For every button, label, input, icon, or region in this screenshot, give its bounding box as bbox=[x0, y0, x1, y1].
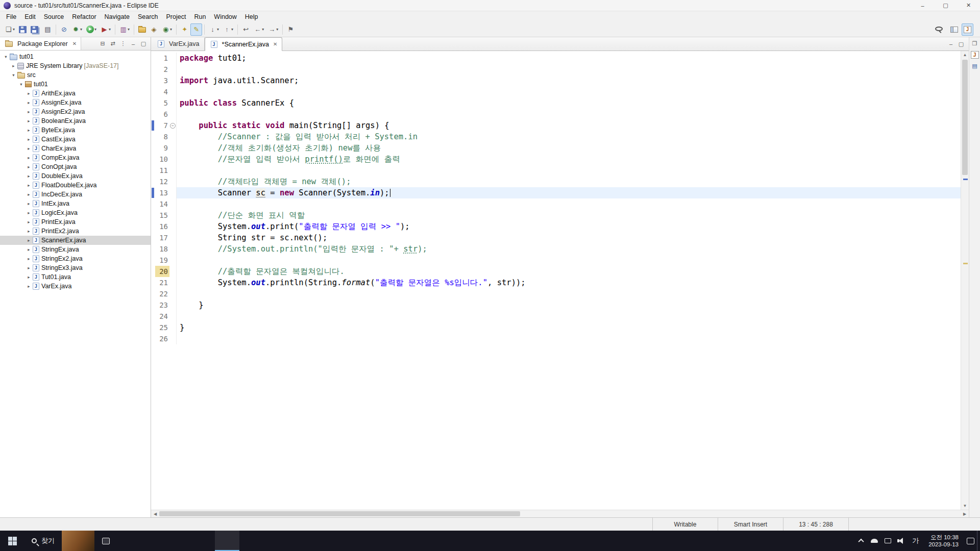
expand-arrow-icon[interactable]: ▸ bbox=[26, 183, 32, 188]
menu-edit[interactable]: Edit bbox=[20, 11, 40, 22]
code-line-18[interactable]: 18 //System.out.println("입력한 문자열 : "+ st… bbox=[151, 243, 961, 255]
taskbar-widget-thumbnail[interactable] bbox=[62, 531, 94, 551]
collapse-all-icon[interactable]: ⊟ bbox=[98, 40, 107, 47]
expand-arrow-icon[interactable]: ▸ bbox=[26, 256, 32, 261]
tree-item-varex-java[interactable]: ▸JVarEx.java bbox=[0, 282, 151, 291]
code-line-5[interactable]: 5public class ScannerEx { bbox=[151, 97, 961, 109]
expand-arrow-icon[interactable]: ▸ bbox=[26, 192, 32, 197]
dropdown-arrow-icon[interactable]: ▾ bbox=[231, 27, 233, 32]
expand-arrow-icon[interactable]: ▸ bbox=[26, 137, 32, 142]
tree-item-src[interactable]: ▾src bbox=[0, 70, 151, 80]
tree-item-intex-java[interactable]: ▸JIntEx.java bbox=[0, 199, 151, 208]
expand-arrow-icon[interactable]: ▸ bbox=[26, 109, 32, 114]
code-line-4[interactable]: 4 bbox=[151, 86, 961, 97]
scroll-down-icon[interactable]: ▼ bbox=[961, 502, 969, 510]
menu-navigate[interactable]: Navigate bbox=[101, 11, 134, 22]
collapse-region-icon[interactable]: − bbox=[170, 123, 176, 129]
save-button[interactable] bbox=[17, 23, 29, 36]
tray-cloud-button[interactable] bbox=[868, 531, 881, 551]
taskbar-search[interactable]: 찾기 bbox=[24, 531, 62, 551]
tree-item-assignex-java[interactable]: ▸JAssignEx.java bbox=[0, 98, 151, 107]
code-line-9[interactable]: 9 //객체 초기화(생성자 초기화) new를 사용 bbox=[151, 142, 961, 154]
minimized-view-icon[interactable]: ▤ bbox=[971, 62, 979, 70]
purple-app-taskbar-button[interactable] bbox=[239, 531, 264, 551]
code-line-1[interactable]: 1package tut01; bbox=[151, 53, 961, 64]
expand-arrow-icon[interactable]: ▸ bbox=[26, 219, 32, 224]
green-app-taskbar-button[interactable] bbox=[190, 531, 215, 551]
code-line-7[interactable]: 7− public static void main(String[] args… bbox=[151, 120, 961, 131]
new-wizard-button[interactable]: ❏▾ bbox=[3, 23, 17, 36]
menu-search[interactable]: Search bbox=[134, 11, 162, 22]
tree-item-charex-java[interactable]: ▸JCharEx.java bbox=[0, 144, 151, 153]
code-editor[interactable]: 1package tut01;23import java.util.Scanne… bbox=[151, 51, 961, 510]
close-window-button[interactable]: ✕ bbox=[957, 0, 980, 11]
code-line-2[interactable]: 2 bbox=[151, 64, 961, 75]
code-line-21[interactable]: 21 System.out.println(String.format("출력할… bbox=[151, 277, 961, 288]
menu-source[interactable]: Source bbox=[40, 11, 68, 22]
code-line-11[interactable]: 11 bbox=[151, 165, 961, 176]
code-line-13[interactable]: 13 Scanner sc = new Scanner(System.in); bbox=[151, 187, 961, 198]
last-edit-location-button[interactable]: ↩ bbox=[240, 23, 252, 36]
tree-item-assignex2-java[interactable]: ▸JAssignEx2.java bbox=[0, 107, 151, 116]
save-all-button[interactable] bbox=[29, 23, 42, 36]
close-tab-icon[interactable]: ✕ bbox=[273, 41, 277, 47]
tree-item-stringex-java[interactable]: ▸JStringEx.java bbox=[0, 245, 151, 254]
maximize-view-icon[interactable]: ▢ bbox=[139, 40, 148, 47]
code-line-8[interactable]: 8 //Scanner : 값을 입력 받아서 처리 + System.in bbox=[151, 131, 961, 142]
vertical-scrollbar[interactable]: ▲ ▼ bbox=[961, 51, 969, 510]
restore-views-icon[interactable]: ❐ bbox=[971, 40, 979, 47]
expand-arrow-icon[interactable]: ▸ bbox=[26, 284, 32, 289]
eclipse-ide-taskbar-button[interactable] bbox=[215, 531, 239, 551]
hscrollbar-thumb[interactable] bbox=[159, 511, 520, 516]
next-annotation-button[interactable]: ↓▾ bbox=[207, 23, 221, 36]
scroll-up-icon[interactable]: ▲ bbox=[961, 51, 969, 59]
dropdown-arrow-icon[interactable]: ▾ bbox=[262, 27, 264, 32]
dropdown-arrow-icon[interactable]: ▾ bbox=[276, 27, 278, 32]
collapse-arrow-icon[interactable]: ▾ bbox=[3, 54, 9, 59]
file-explorer-taskbar-button[interactable] bbox=[141, 531, 166, 551]
tray-volume-button[interactable] bbox=[894, 531, 908, 551]
expand-arrow-icon[interactable]: ▸ bbox=[26, 201, 32, 206]
scrollbar-track[interactable] bbox=[961, 59, 969, 502]
minimize-view-icon[interactable]: – bbox=[129, 41, 138, 47]
expand-arrow-icon[interactable]: ▸ bbox=[26, 91, 32, 96]
tree-item-doubleex-java[interactable]: ▸JDoubleEx.java bbox=[0, 171, 151, 181]
tree-item-arithex-java[interactable]: ▸JArithEx.java bbox=[0, 89, 151, 98]
view-menu-icon[interactable]: ⋮ bbox=[118, 40, 128, 47]
expand-arrow-icon[interactable]: ▸ bbox=[26, 229, 32, 234]
tree-item-floatdoubleex-java[interactable]: ▸JFloatDoubleEx.java bbox=[0, 181, 151, 190]
code-line-17[interactable]: 17 String str = sc.next(); bbox=[151, 232, 961, 243]
tree-item-compex-java[interactable]: ▸JCompEx.java bbox=[0, 153, 151, 162]
minimize-window-button[interactable]: – bbox=[911, 0, 934, 11]
tree-item-printex-java[interactable]: ▸JPrintEx.java bbox=[0, 217, 151, 227]
expand-arrow-icon[interactable]: ▸ bbox=[26, 238, 32, 243]
tree-item-castex-java[interactable]: ▸JCastEx.java bbox=[0, 135, 151, 144]
menu-refactor[interactable]: Refactor bbox=[68, 11, 100, 22]
mark-occurrences-button[interactable]: ✎ bbox=[190, 23, 202, 36]
overview-mark-tan[interactable] bbox=[963, 263, 968, 264]
new-package-button[interactable]: ◈ bbox=[148, 23, 160, 36]
debug-button[interactable]: ✹▾ bbox=[70, 23, 84, 36]
previous-annotation-button[interactable]: ↑▾ bbox=[221, 23, 235, 36]
new-java-project-button[interactable] bbox=[136, 23, 148, 36]
collapse-arrow-icon[interactable]: ▾ bbox=[11, 72, 16, 78]
open-perspective-button[interactable] bbox=[948, 23, 960, 36]
code-line-10[interactable]: 10 //문자열 입력 받아서 printf()로 화면에 출력 bbox=[151, 154, 961, 165]
link-with-editor-icon[interactable]: ⇄ bbox=[108, 40, 117, 47]
hscrollbar-track[interactable] bbox=[159, 510, 961, 517]
dropdown-arrow-icon[interactable]: ▾ bbox=[170, 27, 172, 32]
code-line-26[interactable]: 26 bbox=[151, 333, 961, 344]
tree-item-byteex-java[interactable]: ▸JByteEx.java bbox=[0, 126, 151, 135]
new-class-button[interactable]: ◉▾ bbox=[160, 23, 174, 36]
horizontal-scrollbar[interactable]: ◀ ▶ bbox=[151, 510, 969, 517]
tree-item-incdecex-java[interactable]: ▸JIncDecEx.java bbox=[0, 190, 151, 199]
minimize-editor-icon[interactable]: – bbox=[946, 41, 955, 47]
menu-window[interactable]: Window bbox=[210, 11, 240, 22]
tree-item-conopt-java[interactable]: ▸JConOpt.java bbox=[0, 162, 151, 171]
tree-item-stringex2-java[interactable]: ▸JStringEx2.java bbox=[0, 254, 151, 263]
menu-help[interactable]: Help bbox=[241, 11, 262, 22]
tree-item-jre-system-library[interactable]: ▸JRE System Library[JavaSE-17] bbox=[0, 61, 151, 70]
run-button[interactable]: ▾ bbox=[84, 23, 99, 36]
scroll-left-icon[interactable]: ◀ bbox=[151, 512, 159, 516]
code-line-20[interactable]: 20 //출력할 문자열은 복컬쳐입니다. bbox=[151, 266, 961, 277]
